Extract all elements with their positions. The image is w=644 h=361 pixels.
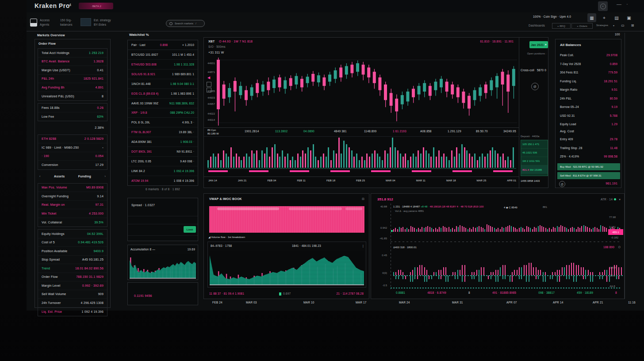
accumulation-chart[interactable] <box>130 254 196 279</box>
indicator-footer-values: 0.88814818 · 6.87498491 · 81885 8985098 … <box>396 291 617 296</box>
draw-tool-icon[interactable] <box>207 82 211 87</box>
sidebar-panel: Order Flow Total Acct Holdings1 253 219B… <box>34 39 111 308</box>
toolbar-group-access-line1[interactable]: Access <box>40 19 50 22</box>
watchlist-header-mid: 0.898 <box>160 43 168 46</box>
watchlist-row[interactable]: AAVE.93 19NM 99ZN11 988.389L 832 <box>128 99 198 108</box>
watchlist-row[interactable]: ATOM 19.941 008 4 19.396 <box>128 176 198 185</box>
watchlist-row[interactable]: 1INCH 81.4481.98 9.04 080 3.1 <box>128 79 198 89</box>
fill-notification[interactable]: Buy filled · 521.59 BTC @ 50 981.92 <box>557 163 620 170</box>
watchlist-pair: POL 8 0L.39L <box>131 121 150 124</box>
indicator-vline <box>391 204 391 289</box>
range-select-button[interactable]: Jan 2021 ▾ <box>529 41 548 48</box>
oscillator-histogram[interactable] <box>393 220 623 232</box>
sidebar-row-value: 1825 921.841 <box>84 77 104 80</box>
depth-summary-row: 45.1021 506 <box>521 149 548 157</box>
sidebar-section: Total Acct Holdings1 253 219BTC Avail. B… <box>38 48 107 101</box>
watchlist-row[interactable]: ETH/USD 503.6081.98 1 311.328 <box>128 60 198 69</box>
volume-bar <box>269 157 270 168</box>
hist-bar <box>594 227 595 232</box>
sidebar-section: Max Pos. VolumeM0.89 8908Overnight Fundi… <box>38 183 107 227</box>
minimize-icon[interactable]: — <box>617 1 621 7</box>
limit-order-button[interactable]: Limit <box>184 226 196 233</box>
liquidity-block[interactable] <box>209 206 364 233</box>
search-input[interactable]: Search markets / <box>166 20 205 27</box>
accumulation-panel: Accumulation 8 — 19.69 <box>127 245 198 280</box>
tab-assets[interactable]: Assets <box>54 175 65 178</box>
watchlist-row[interactable]: FTM 0L.8L90719.89 38L · <box>128 127 198 137</box>
volume-bar <box>333 150 334 168</box>
delta-baseline <box>393 275 623 276</box>
spike-up <box>441 270 441 275</box>
volume-bar <box>502 154 504 168</box>
depth-summary-value: 6M 1508B <box>530 169 542 171</box>
hist-bar <box>498 228 498 232</box>
spike-up <box>614 265 615 275</box>
vwap-window-icon[interactable]: ⊟ <box>362 197 364 201</box>
volume-plot[interactable] <box>207 138 516 168</box>
report-icon[interactable] <box>30 19 37 27</box>
toolbar-group-sig-line1[interactable]: 150 Sig- <box>60 19 72 22</box>
candlestick-plot[interactable] <box>216 56 517 127</box>
watchlist-row[interactable]: DOT 89OL 391N9 91.8911 · <box>128 147 198 157</box>
global-time-axis: FEB 24MAR 03MAR 10MAR 17MAR 24MAR 31APR … <box>27 301 644 307</box>
hist-bar <box>414 228 415 232</box>
measure-tool-icon[interactable] <box>207 88 211 92</box>
add-widget-icon[interactable]: + <box>600 13 609 22</box>
sidebar-row-value: M0.89 8908 <box>86 186 104 189</box>
notifications-icon[interactable]: • <box>598 1 608 11</box>
fill-notification[interactable]: Sell filled · 811.8 ETH @ 97 958.31 <box>557 172 620 179</box>
volume-bar <box>379 157 380 168</box>
watchlist-value: 088 29PA C4U.20 <box>170 111 194 114</box>
sidebar-row-label: Trend <box>42 267 50 270</box>
hist-bar <box>469 228 470 232</box>
hist-bar <box>422 227 422 232</box>
at-icon[interactable]: @ <box>531 83 539 90</box>
tabs-prev-icon[interactable]: ‹ <box>39 175 41 178</box>
rfq-button[interactable]: + RFQ <box>552 23 571 29</box>
spike-down <box>479 276 479 282</box>
watchlist-row[interactable]: SOL/US 91.8.9211 989 689.801 1 <box>128 69 198 79</box>
depth-summary-row: 801.46M 1508B <box>521 165 548 174</box>
watchlist-row[interactable]: ADA 890M 3811 908.03 · <box>128 137 198 147</box>
expand-icon[interactable]: ⊞ <box>629 22 636 28</box>
grid-layout-icon[interactable]: ▦ <box>587 13 596 22</box>
volume-bar <box>336 154 337 168</box>
orders-button[interactable]: + Orders <box>571 23 593 29</box>
watchlist-row[interactable]: LINK 84.21 092.4 19.396 <box>128 166 198 176</box>
spike-up <box>410 272 411 275</box>
strategies-dropdown[interactable]: Strategies <box>596 24 608 27</box>
hist-bar <box>393 229 394 232</box>
indicator-legend2: Vol Δ · avg params 4881 <box>395 210 424 212</box>
delta-spike-chart[interactable] <box>393 250 623 288</box>
vwap-area-chart[interactable] <box>210 251 364 285</box>
balance-value: 29.9708 <box>606 54 617 57</box>
watchlist-row[interactable]: POL 8 0L.39L4.90L 3 · <box>128 118 198 127</box>
watchlist-row[interactable]: BTC/USD 101.6927101.1 M 1 453.4 <box>128 50 198 60</box>
export-icon[interactable]: ▭ <box>619 22 626 28</box>
panels-icon[interactable]: ▤ <box>612 13 621 22</box>
tab-funding[interactable]: Funding <box>78 175 91 178</box>
sidebar-row: Liq. Est. Price1 092 4 19.396 <box>38 307 107 316</box>
spike-up <box>616 265 617 275</box>
watchlist-row[interactable]: EOS CL.8 (89.E8 4)1.98 1.983 89E 1 <box>128 89 198 99</box>
watchlist-row[interactable]: XRP · 1/9.8088 29PA C4U.20 <box>128 108 198 118</box>
sidebar-row: P&L 24h1825 921.841 <box>38 75 107 84</box>
spike-down <box>455 276 456 279</box>
spike-up <box>481 267 482 275</box>
copy-layout-icon[interactable]: ▣ <box>625 13 633 22</box>
window-dot-icon[interactable]: · <box>626 1 628 7</box>
toolbar-group-strategy-line1[interactable]: Est. strategy <box>94 19 111 22</box>
vwap-footer-left: 11 88 37 · 81 09.4 1.9081 <box>209 292 244 295</box>
balance-row: USD 92.315.788 <box>556 111 621 120</box>
volume-bar <box>461 144 463 168</box>
volume-bar <box>261 150 263 168</box>
strategy-swatch[interactable] <box>80 18 91 26</box>
beta-pill[interactable]: · BETA 2 <box>79 3 113 9</box>
global-time-label: FEB 24 <box>212 301 222 304</box>
refresh-at-icon[interactable]: @ <box>559 181 565 187</box>
tabs-next-icon[interactable]: › <box>104 175 106 178</box>
sidebar-rows: Total Acct Holdings1 253 219BTC Avail. B… <box>38 48 107 319</box>
spike-down <box>495 276 496 282</box>
sidebar-row: Sell Wall Volume909 <box>38 290 107 299</box>
watchlist-row[interactable]: LTC 200L 0.959 A9 098 · <box>128 157 198 166</box>
